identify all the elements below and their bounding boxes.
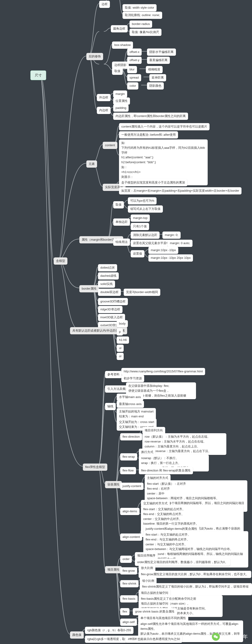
fx-jc[interactable]: justify-content [120, 483, 143, 490]
fx-ac[interactable]: align-content [120, 534, 142, 541]
wechat-icon [212, 633, 220, 641]
svg-point-4 [216, 637, 216, 637]
mp-s2: 只有1个值 [131, 223, 149, 230]
mp-val[interactable]: 取值 [113, 201, 124, 208]
svg-point-2 [214, 636, 215, 636]
fx-fw[interactable]: flex-wrap [120, 453, 137, 460]
dm-ol: ol [117, 353, 124, 360]
watermark-text: 桔梗与少年 [222, 633, 248, 640]
mp-sp2v: margin: 0 auto; [167, 240, 192, 247]
box-model[interactable]: 盒模型 [54, 258, 67, 265]
sh-blur-d: 模糊程度 [146, 66, 163, 73]
dm-p: p [117, 328, 123, 336]
dm-body: body [117, 320, 128, 327]
content-2: 一般使用方法是配合::before和::after使用 [119, 131, 178, 138]
watermark: 桔梗与少年 [212, 633, 248, 641]
root-node[interactable]: 尺寸 [30, 70, 46, 80]
border-group[interactable]: 边框 [99, 1, 110, 8]
sh-blur: blur [127, 66, 137, 73]
rw-1: 盒子模型的实现宽度和高度小于左边属性的累加 [119, 179, 187, 186]
mp-v1: 可以为px也可为% [128, 197, 157, 204]
element[interactable]: 元素 [86, 160, 97, 168]
fx-ax-cross: 垂直轴cross axis [117, 400, 144, 408]
fx-item[interactable]: 项目属性 [105, 566, 122, 573]
pos-prop: 位置属性 [113, 98, 130, 105]
margin: margin [113, 90, 127, 98]
box-shadow: box-shadow [112, 42, 133, 49]
fx-container[interactable]: 容器属性 [105, 481, 122, 488]
mp-sp1v: margin: 0; [162, 232, 181, 239]
fx-flex-d: grow shrink basis 的复合属性 [133, 608, 177, 615]
content-3: 如: 下列代码将为所有的h1标签插入aaa字样，同为h2后面插入bbb字样 h1… [119, 140, 208, 185]
border-val: 取值: width style color [123, 4, 157, 12]
fx-ai[interactable]: align-items [120, 508, 140, 515]
sh-oy: offset-y [127, 57, 142, 64]
fx-order-t: 项目排序顺序 [135, 552, 158, 559]
rw-2: 如宽度：左margin+右margin+左padding+右padding+实际… [119, 187, 241, 194]
fx-fg-d: flex-grow属性定义项目的放大比例，默认为0，即如果存在剩余空间，也不放大… [139, 571, 251, 578]
bp-ridge: ridge3D脊边框 [98, 306, 123, 313]
border-prop-list[interactable]: border属性 [79, 285, 99, 292]
bp-double: double双边框 [98, 289, 121, 296]
sh-ox-d: 阴影水平偏移距离 [147, 48, 176, 56]
fx-fb[interactable]: flex-basis [120, 595, 138, 602]
col-rgb: rgb颜色值（r，g，b）各取0-255 [85, 627, 133, 634]
border-none: 取消轮廓线: outline: none; [123, 12, 162, 19]
fx-fs[interactable]: flex-shrink [120, 580, 139, 587]
padding: padding [113, 104, 129, 112]
fx-axis[interactable]: 轴线 [105, 403, 116, 410]
content[interactable]: content [103, 142, 117, 149]
fx-fd[interactable]: flex-direction [120, 433, 142, 440]
mp-sp3v2: margin:10px -10px 20px 10px [148, 254, 193, 262]
fx-flex[interactable]: flex [120, 608, 129, 615]
shape-control[interactable]: 层的修饰 [86, 53, 103, 60]
mp-v2: 缩写式从上右下方取值 [128, 206, 163, 213]
mp-sp2: 设置在其父级元素水平居中 [131, 240, 172, 247]
sh-color: color [127, 82, 138, 90]
color-title[interactable]: 颜色值 [70, 632, 84, 639]
fx-ff[interactable]: flex-flow [120, 467, 136, 474]
fx-order[interactable]: order [120, 556, 132, 563]
bp-groove: groove3D凹槽边框 [98, 298, 128, 305]
sh-color-d: 阴影颜色 [147, 82, 164, 90]
outer-border[interactable]: 外边框 [97, 94, 111, 101]
fx-as[interactable]: align-self [120, 618, 137, 626]
sh-ox: offset-x [127, 48, 142, 56]
br-val: 取值: 像素/%/比例尺 [129, 29, 161, 36]
mp-s1: margin-top [131, 214, 150, 222]
sh-spread-d: 延伸距离 [149, 74, 166, 81]
mp-sp3: 设置值 [131, 250, 144, 258]
dm-h: h1-h6 [117, 336, 129, 344]
bp-dotted: dotted点状 [98, 264, 117, 272]
dm-ul: ul [117, 344, 124, 352]
mp-sp1: 清除元素默认边距 [131, 232, 160, 239]
flex-model[interactable]: flex弹性盒模型 [83, 464, 107, 471]
mp-sp3v1: margin:10px -10px [148, 247, 178, 254]
fx-ax-ms: 主轴开始的地方 mainstart 结束为：main end [117, 408, 156, 420]
fx-ref-url[interactable]: http://www.ruanyifeng.com/blog/2015/07/f… [121, 368, 205, 375]
br-prop: border-radius [129, 20, 152, 28]
bp-double-d: 宽度与border-width相同 [124, 289, 160, 296]
svg-point-3 [215, 636, 216, 636]
fx-ref-d: 初步学习资源 [121, 375, 144, 382]
fx-ff-d: flex-direction 和 flex-wrap的复合属性 [139, 467, 193, 474]
fx-fg[interactable]: flex-grow [120, 567, 137, 574]
bp-solid: solid实线 [98, 280, 115, 288]
bp-dashed: dashed虚线 [98, 272, 119, 280]
padding-desc: 内边距属性，即content属性和border属性之间的距离 [113, 112, 188, 120]
svg-point-5 [217, 637, 217, 637]
border-radius-group[interactable]: 圆角边框 [111, 25, 128, 32]
fx-ref[interactable]: 参考资料 [105, 371, 122, 378]
sh-oy-d: 垂直偏移距离 [147, 57, 170, 64]
fx-ax-main: 水平轴main axis [117, 394, 143, 401]
mp-single[interactable]: 单独边距 [113, 218, 130, 226]
col-hash: #fff和ff 也能表示白色和透明度为%之50 [126, 636, 182, 643]
svg-point-1 [216, 636, 218, 638]
inner-border[interactable]: 内边框 [97, 107, 111, 114]
sh-spread: spread [127, 74, 141, 81]
shadow-val: 取值 [112, 68, 123, 75]
mp-special[interactable]: 特殊用法 [113, 238, 130, 246]
content-1: content属性插入一个内容，这个内容可以是字符串也可以是图片 [119, 123, 209, 130]
